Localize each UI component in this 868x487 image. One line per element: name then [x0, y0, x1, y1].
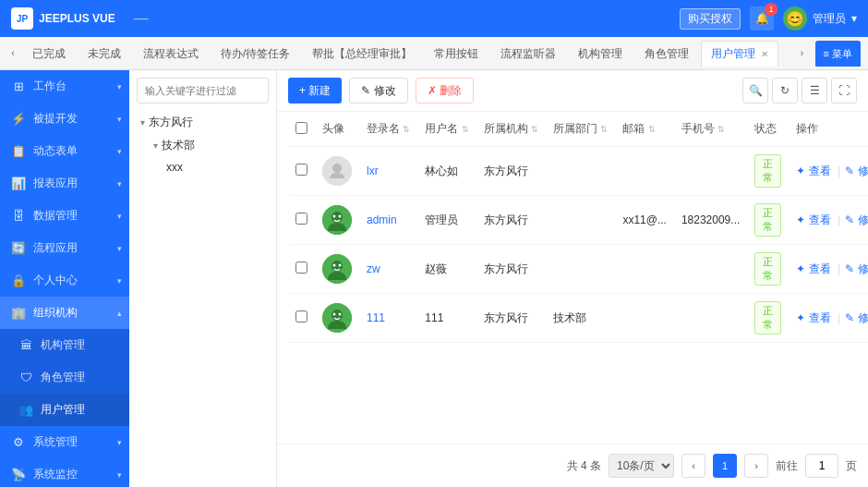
edit-link[interactable]: ✎ 修改	[845, 164, 868, 177]
login-cell: lxr	[359, 147, 417, 196]
view-link[interactable]: ✦ 查看	[796, 262, 830, 275]
tree-node-tech[interactable]: ▾ 技术部	[150, 134, 269, 157]
toolbar: + 新建 ✎ 修改 ✗ 删除 🔍 ↻ ☰ ⛶	[277, 70, 868, 112]
sort-icon[interactable]: ⇅	[717, 125, 725, 134]
goto-page-input[interactable]	[805, 454, 838, 478]
edit-link[interactable]: ✎ 修改	[845, 213, 868, 226]
chevron-icon: ▾	[117, 115, 122, 124]
status-badge: 正常	[754, 154, 781, 188]
main-layout: ⊞ 工作台 ▾ ⚡ 被提开发 ▾ 📋 动态表单 ▾ 📊 报表应用 ▾ 🗄 数据管…	[0, 70, 868, 487]
tree-node-xxx[interactable]: xxx	[163, 157, 269, 177]
tab-user-mgmt-label: 用户管理	[711, 46, 755, 62]
sidebar-item-label: 机构管理	[41, 337, 85, 353]
next-page-button[interactable]: ›	[744, 454, 768, 478]
per-page-select[interactable]: 10条/页 20条/页 50条/页	[609, 454, 674, 478]
tab-role-mgmt[interactable]: 角色管理	[634, 41, 699, 67]
fullscreen-button[interactable]: ⛶	[831, 78, 857, 103]
tab-user-mgmt[interactable]: 用户管理 ✕	[701, 41, 778, 67]
sidebar-item-role-mgmt[interactable]: 🛡 角色管理	[0, 361, 129, 394]
tab-org-mgmt[interactable]: 机构管理	[568, 41, 633, 67]
phone-cell	[674, 294, 747, 343]
add-button[interactable]: + 新建	[288, 78, 342, 103]
org-icon: 🏢	[11, 306, 26, 320]
sidebar-item-report-app[interactable]: 📊 报表应用 ▾	[0, 167, 129, 200]
avatar-cell	[315, 294, 359, 343]
email-cell: xx11@...	[615, 196, 674, 245]
tab-org-mgmt-label: 机构管理	[578, 46, 622, 62]
buy-button[interactable]: 购买授权	[680, 8, 741, 30]
dynamic-table-icon: 📋	[11, 144, 26, 158]
row-checkbox[interactable]	[295, 164, 307, 176]
tab-menu[interactable]: ≡ 菜单	[815, 41, 861, 67]
topbar-right: 购买授权 🔔 1 😊 管理员 ▾	[680, 6, 857, 30]
sort-icon[interactable]: ⇅	[600, 125, 608, 134]
sidebar-item-dynamic-table[interactable]: 📋 动态表单 ▾	[0, 135, 129, 167]
email-cell	[615, 245, 674, 294]
status-cell: 正常	[747, 147, 789, 196]
org-cell: 东方风行	[476, 294, 546, 343]
notification-badge: 1	[765, 3, 778, 16]
login-link[interactable]: zw	[367, 262, 380, 275]
sidebar: ⊞ 工作台 ▾ ⚡ 被提开发 ▾ 📋 动态表单 ▾ 📊 报表应用 ▾ 🗄 数据管…	[0, 70, 129, 487]
tab-close-icon[interactable]: ✕	[761, 49, 768, 59]
logo: JP JEEPLUS VUE	[11, 7, 115, 30]
col-username: 用户名 ⇅	[417, 112, 476, 147]
chevron-icon: ▾	[117, 212, 122, 221]
tab-flow-monitor[interactable]: 流程监听器	[490, 41, 566, 67]
tab-nav-left[interactable]: ‹	[4, 41, 22, 67]
sidebar-item-org-mgmt[interactable]: 🏛 机构管理	[0, 329, 129, 361]
login-link[interactable]: admin	[367, 213, 397, 226]
sort-icon[interactable]: ⇅	[531, 125, 538, 134]
svg-point-1	[332, 164, 342, 173]
row-checkbox[interactable]	[295, 310, 307, 323]
view-link[interactable]: ✦ 查看	[796, 311, 830, 324]
tab-pending[interactable]: 待办/待签任务	[211, 41, 300, 67]
column-settings-button[interactable]: ☰	[802, 78, 827, 103]
tab-done[interactable]: 已完成	[22, 41, 76, 67]
select-all-checkbox[interactable]	[295, 122, 307, 134]
view-link[interactable]: ✦ 查看	[796, 164, 830, 177]
sort-icon[interactable]: ⇅	[648, 125, 656, 134]
sidebar-item-workbench[interactable]: ⊞ 工作台 ▾	[0, 70, 129, 103]
prev-page-button[interactable]: ‹	[681, 454, 705, 478]
sidebar-item-rapid-dev[interactable]: ⚡ 被提开发 ▾	[0, 103, 129, 135]
edit-link[interactable]: ✎ 修改	[845, 262, 868, 275]
sidebar-item-personal[interactable]: 🔒 个人中心 ▾	[0, 264, 129, 297]
login-link[interactable]: 111	[367, 311, 385, 324]
chevron-icon: ▴	[117, 309, 122, 318]
tab-flow-express[interactable]: 流程表达式	[133, 41, 209, 67]
delete-button[interactable]: ✗ 删除	[416, 78, 474, 103]
sidebar-item-flow-app[interactable]: 🔄 流程应用 ▾	[0, 232, 129, 264]
tree-root-node[interactable]: ▾ 东方风行	[137, 111, 269, 134]
refresh-button[interactable]: ↻	[772, 78, 798, 103]
tab-undone[interactable]: 未完成	[78, 41, 131, 67]
table-row: lxr 林心如 东方风行 正常 ✦ 查看 | ✎ 修改 |	[288, 147, 868, 196]
sort-icon[interactable]: ⇅	[462, 125, 469, 134]
total-label: 共 4 条	[567, 458, 601, 474]
tree-search-input[interactable]	[137, 78, 269, 103]
tab-nav-right[interactable]: ›	[793, 41, 812, 67]
sidebar-item-data-mgmt[interactable]: 🗄 数据管理 ▾	[0, 200, 129, 232]
sort-icon[interactable]: ⇅	[403, 125, 410, 134]
edit-button[interactable]: ✎ 修改	[349, 78, 407, 103]
sidebar-item-sys-mgmt[interactable]: ⚙ 系统管理 ▾	[0, 426, 129, 458]
notification-button[interactable]: 🔔 1	[750, 6, 774, 30]
edit-link[interactable]: ✎ 修改	[845, 311, 868, 324]
row-checkbox[interactable]	[295, 262, 307, 274]
login-link[interactable]: lxr	[367, 164, 379, 177]
sidebar-item-org[interactable]: 🏢 组织机构 ▴	[0, 297, 129, 329]
sidebar-item-user-mgmt[interactable]: 👥 用户管理	[0, 394, 129, 426]
user-mgmt-icon: 👥	[18, 403, 33, 417]
sidebar-item-label: 数据管理	[33, 208, 78, 224]
status-badge: 正常	[754, 203, 781, 237]
admin-menu[interactable]: 😊 管理员 ▾	[783, 6, 857, 30]
page-1-button[interactable]: 1	[713, 454, 737, 478]
tab-common-btn[interactable]: 常用按钮	[424, 41, 488, 67]
row-checkbox[interactable]	[295, 213, 307, 225]
search-toggle-button[interactable]: 🔍	[742, 78, 768, 103]
col-action: 操作	[789, 112, 868, 147]
tab-approve[interactable]: 帮批【总经理审批】	[302, 41, 422, 67]
view-link[interactable]: ✦ 查看	[796, 213, 830, 226]
workbench-icon: ⊞	[11, 79, 26, 93]
sidebar-item-sys-monitor[interactable]: 📡 系统监控 ▾	[0, 458, 129, 487]
